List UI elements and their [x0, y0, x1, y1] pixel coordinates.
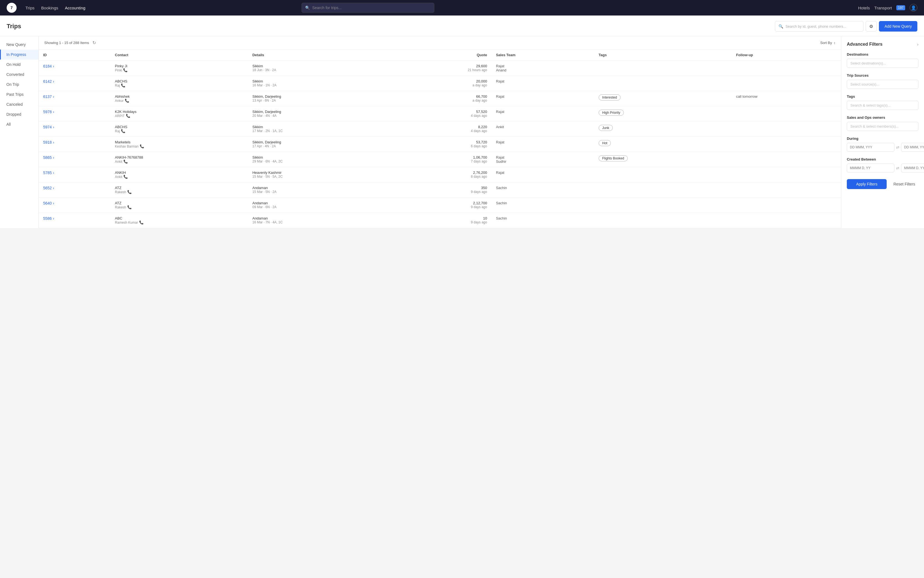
quote-cell: 57,5204 days ago — [390, 106, 492, 122]
page-header: Trips 🔍 ⚙ Add New Query — [0, 16, 924, 36]
main-content: New Query In Progress On Hold Converted … — [0, 36, 924, 228]
filter-destinations-section: Destinations — [847, 52, 919, 68]
details-cell: Andaman16 Mar · 7N · 4A, 1C — [248, 213, 389, 228]
trip-sources-label: Trip Sources — [847, 73, 919, 78]
details-sub: 16 Mar · 7N · 4A, 1C — [252, 220, 385, 224]
quote-cell: 2,12,7009 days ago — [390, 198, 492, 213]
trip-sources-input[interactable] — [847, 80, 919, 89]
contact-name: Pinky Ji — [115, 64, 243, 68]
nav-bookings[interactable]: Bookings — [41, 5, 58, 11]
tag-pill[interactable]: Interested — [599, 94, 620, 101]
trip-id-link[interactable]: 5640 › — [43, 201, 106, 205]
trip-id-link[interactable]: 5586 › — [43, 216, 106, 221]
sales-team-cell: Rajat — [492, 167, 594, 182]
sidebar-item-on-hold[interactable]: On Hold — [0, 60, 39, 70]
phone-icon: 📞 — [123, 159, 128, 164]
sidebar-item-new-query[interactable]: New Query — [0, 40, 39, 50]
during-date-range: ⇄ — [847, 143, 919, 152]
trip-id-cell: 5785 › — [39, 167, 110, 182]
contact-name: Abhishek — [115, 94, 243, 99]
sidebar-item-all[interactable]: All — [0, 119, 39, 129]
sort-by-control[interactable]: Sort By ↕ — [820, 41, 835, 45]
created-from-input[interactable] — [847, 164, 895, 172]
tags-cell — [594, 182, 732, 198]
apply-filters-button[interactable]: Apply Filters — [847, 179, 887, 189]
global-search-input[interactable] — [312, 5, 431, 10]
sidebar-item-canceled[interactable]: Canceled — [0, 99, 39, 109]
right-nav-icons: Hotels Transport 197 👤 — [858, 4, 918, 11]
tag-pill[interactable]: High Priority — [599, 110, 624, 116]
trip-id-link[interactable]: 5918 › — [43, 140, 106, 144]
tag-pill[interactable]: Hot — [599, 140, 611, 146]
trip-id-link[interactable]: 6184 › — [43, 64, 106, 68]
trip-id-link[interactable]: 5865 › — [43, 155, 106, 160]
sales-team-member: Rajat — [496, 94, 590, 99]
trip-id-link[interactable]: 5785 › — [43, 170, 106, 175]
sidebar-item-on-trip[interactable]: On Trip — [0, 80, 39, 89]
notifications-badge[interactable]: 197 — [896, 5, 905, 10]
search-icon: 🔍 — [778, 24, 783, 29]
tag-pill[interactable]: Junk — [599, 125, 613, 131]
phone-icon: 📞 — [121, 83, 125, 88]
tag-pill[interactable]: Flights Booked — [599, 155, 628, 161]
followup-cell — [732, 106, 841, 122]
trip-id-cell: 5974 › — [39, 122, 110, 137]
app-logo[interactable]: 7 — [6, 3, 16, 13]
contact-cell: ABCHSRaj 📞 — [110, 122, 248, 137]
nav-accounting[interactable]: Accounting — [65, 5, 86, 11]
created-to-input[interactable] — [901, 164, 924, 172]
col-quote: Quote — [390, 50, 492, 61]
sidebar-item-past-trips[interactable]: Past Trips — [0, 89, 39, 99]
transport-nav[interactable]: Transport — [874, 5, 892, 10]
trip-id-link[interactable]: 6142 › — [43, 79, 106, 84]
table-row: 5918 ›MarketelsKeshav Barman 📞Sikkim, Da… — [39, 137, 841, 152]
trip-id-link[interactable]: 6137 › — [43, 94, 106, 99]
contact-cell: K2K HolidaysARPIT 📞 — [110, 106, 248, 122]
phone-icon: 📞 — [121, 129, 125, 133]
sort-icon: ↕ — [834, 41, 836, 45]
filter-sales-ops-section: Sales and Ops owners — [847, 115, 919, 131]
sidebar-item-dropped[interactable]: Dropped — [0, 109, 39, 119]
details-destination: Sikkim — [252, 125, 385, 129]
details-sub: 18 Jun · 3N · 2A — [252, 68, 385, 72]
sales-team-cell: Ankit — [492, 122, 594, 137]
global-search-icon: 🔍 — [305, 5, 310, 10]
reset-filters-button[interactable]: Reset Filters — [890, 179, 919, 189]
search-input[interactable] — [785, 24, 860, 29]
refresh-icon[interactable]: ↻ — [92, 40, 96, 45]
trip-id-link[interactable]: 5974 › — [43, 125, 106, 129]
quote-amount: 53,720 — [394, 140, 487, 144]
filter-icon-button[interactable]: ⚙ — [866, 21, 877, 32]
sales-team-member: Sachin — [496, 186, 590, 190]
during-to-input[interactable] — [901, 143, 924, 152]
col-tags: Tags — [594, 50, 732, 61]
quote-time: 8 days ago — [394, 175, 487, 179]
tags-input[interactable] — [847, 101, 919, 110]
trip-id-cell: 5978 › — [39, 106, 110, 122]
during-from-input[interactable] — [847, 143, 895, 152]
user-avatar[interactable]: 👤 — [909, 4, 918, 11]
contact-name: ABCHS — [115, 79, 243, 83]
tags-cell: Flights Booked — [594, 152, 732, 167]
followup-cell — [732, 213, 841, 228]
sales-team-member: Rajat — [496, 155, 590, 159]
sidebar-item-converted[interactable]: Converted — [0, 70, 39, 80]
panel-chevron-icon[interactable]: › — [917, 42, 919, 47]
sales-ops-input[interactable] — [847, 122, 919, 131]
destinations-input[interactable] — [847, 59, 919, 68]
panel-actions: Apply Filters Reset Filters — [847, 179, 919, 189]
contact-name: ANKIH — [115, 170, 243, 175]
contact-sub: Pinki 📞 — [115, 68, 243, 72]
add-new-query-button[interactable]: Add New Query — [879, 21, 918, 32]
nav-trips[interactable]: Trips — [26, 5, 35, 11]
details-cell: Sikkim18 Jun · 3N · 2A — [248, 61, 389, 76]
date-separator: ⇄ — [896, 145, 900, 149]
trip-id-link[interactable]: 5978 › — [43, 110, 106, 114]
hotels-nav[interactable]: Hotels — [858, 5, 870, 10]
followup-cell — [732, 152, 841, 167]
trip-id-link[interactable]: 5652 › — [43, 186, 106, 190]
sidebar-item-in-progress[interactable]: In Progress — [0, 50, 39, 60]
trips-area: Showing 1 - 15 of 288 Items ↻ Sort By ↕ … — [39, 36, 841, 228]
quote-cell: 20,000a day ago — [390, 76, 492, 91]
table-toolbar: Showing 1 - 15 of 288 Items ↻ Sort By ↕ — [39, 36, 841, 50]
